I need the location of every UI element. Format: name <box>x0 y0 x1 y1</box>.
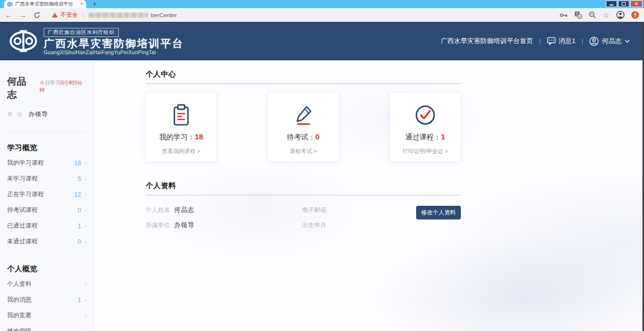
check-circle-icon <box>414 103 436 127</box>
profile-avatar-icon[interactable] <box>616 11 625 19</box>
sidebar-item-profile[interactable]: 个人资料 › <box>7 276 87 292</box>
window-close-button[interactable]: × <box>630 1 642 7</box>
item-label: 个人资料 <box>7 280 68 288</box>
header-separator: | <box>582 38 583 45</box>
user-avatar-icon <box>589 36 599 46</box>
minimize-icon <box>609 5 614 6</box>
header-separator: | <box>539 38 541 45</box>
card-count: 1 <box>441 132 445 141</box>
browser-tab[interactable]: 广西水旱灾害防御培训平台 × <box>4 0 86 8</box>
site-logo-icon <box>9 29 38 53</box>
back-button[interactable]: ← <box>5 11 12 19</box>
new-tab-button[interactable]: + <box>93 1 96 8</box>
passed-courses-card: 通过课程：1 打印证明/毕业证 > <box>390 92 461 162</box>
sidebar-divider <box>7 131 87 132</box>
not-secure-label: 不安全 <box>60 11 78 19</box>
section-divider <box>146 83 461 84</box>
site-title-block: 广西壮族自治区水利厅组织 广西水旱灾害防御培训平台 GuangXiShuiHan… <box>44 27 184 55</box>
profile-section: 个人资料 个人姓名 何品志 电子邮箱 <box>146 181 461 230</box>
security-chip[interactable]: 不安全 | berCenter <box>52 11 177 19</box>
site-header: 广西壮族自治区水利厅组织 广西水旱灾害防御培训平台 GuangXiShuiHan… <box>0 22 644 60</box>
sidebar-item-my-courses[interactable]: 我的学习课程 18 › <box>7 155 87 171</box>
password-key-icon[interactable] <box>560 12 568 18</box>
translate-icon[interactable]: 文 A <box>574 11 582 19</box>
print-certificate-link[interactable]: 打印证明/毕业证 > <box>402 148 448 155</box>
item-label: 修改密码 <box>7 327 68 331</box>
close-icon: × <box>635 1 638 7</box>
user-menu[interactable]: 何品志 <box>589 36 630 46</box>
exam-pending-card: 待考试：0 课程考试 > <box>268 92 339 162</box>
bookmark-star-icon[interactable]: ☆ <box>603 12 609 19</box>
screen: 广西水旱灾害防御培训平台 × + × ← → 不安全 | berCenter <box>0 0 644 331</box>
item-count: 5 <box>68 175 81 182</box>
warning-triangle-icon <box>52 12 58 18</box>
chevron-right-icon: › <box>85 297 87 303</box>
item-count: 0 <box>68 238 81 245</box>
edit-profile-button[interactable]: 修改个人资料 <box>416 206 461 219</box>
window-minimize-button[interactable] <box>606 1 617 7</box>
field-label: 个人姓名 <box>146 206 172 214</box>
window-maximize-button[interactable] <box>618 1 629 7</box>
url-text[interactable]: berCenter <box>151 12 177 18</box>
today-study-label: 今日学习0小时0分钟 <box>40 80 87 94</box>
chevron-right-icon: › <box>85 191 87 198</box>
item-label: 我的消息 <box>7 296 68 304</box>
view-my-courses-link[interactable]: 查看我的课程 > <box>162 148 200 155</box>
sidebar-item-competitions[interactable]: 我的竞赛 › <box>7 308 87 323</box>
item-count: 0 <box>68 207 81 214</box>
main-content: 个人中心 <box>94 60 642 331</box>
sidebar: 何品志 今日学习0小时0分钟 单 位 办领导 学习概览 我的学习课程 18 › … <box>0 60 94 331</box>
personal-center-title: 个人中心 <box>146 69 461 79</box>
favicon-icon <box>7 2 13 7</box>
chevron-right-icon: › <box>85 328 87 331</box>
browser-tabstrip: 广西水旱灾害防御培训平台 × + × <box>0 0 644 8</box>
chevron-down-icon <box>625 40 630 43</box>
site-pinyin: GuangXiShuiHanZaiHaiFangYuPeiXunPingTai <box>44 50 184 55</box>
card-title: 我的学习：18 <box>159 132 204 142</box>
card-count: 0 <box>315 132 319 141</box>
messages-link[interactable]: 消息1 <box>547 36 575 46</box>
home-link[interactable]: 广西水旱灾害防御培训平台首页 <box>441 36 533 46</box>
card-label: 我的学习： <box>159 133 195 141</box>
sidebar-item-change-password[interactable]: 修改密码 › <box>7 323 87 331</box>
chevron-right-icon: › <box>85 175 87 182</box>
course-exam-link[interactable]: 课程考试 > <box>290 148 317 155</box>
card-title: 通过课程：1 <box>405 132 445 142</box>
chevron-right-icon: › <box>85 238 87 245</box>
tab-close-icon[interactable]: × <box>80 2 83 7</box>
item-count: 1 <box>68 223 81 230</box>
clipboard-icon <box>171 103 192 127</box>
reload-icon[interactable] <box>33 12 41 19</box>
sidebar-user-name: 何品志 <box>7 75 36 101</box>
item-label: 我的竞赛 <box>7 311 68 320</box>
page-body: 何品志 今日学习0小时0分钟 单 位 办领导 学习概览 我的学习课程 18 › … <box>0 60 644 331</box>
browser-update-icon[interactable] <box>631 11 639 19</box>
field-name: 个人姓名 何品志 <box>146 206 302 214</box>
item-count: 12 <box>68 191 81 198</box>
sidebar-item-exam-pending[interactable]: 待考试课程 0 › <box>7 202 87 218</box>
personal-overview-title: 个人概览 <box>7 264 87 274</box>
forward-button[interactable]: → <box>19 11 26 19</box>
field-label: 电子邮箱 <box>302 206 328 214</box>
item-label: 未通过课程 <box>7 237 68 246</box>
card-title: 待考试：0 <box>287 132 319 142</box>
chevron-right-icon: › <box>85 160 87 166</box>
zoom-out-icon[interactable] <box>589 11 596 19</box>
item-label: 未学习课程 <box>7 174 68 183</box>
card-label: 待考试： <box>287 133 315 141</box>
unit-value: 办领导 <box>28 111 48 118</box>
sidebar-item-not-studied[interactable]: 未学习课程 5 › <box>7 171 87 187</box>
field-value: 何品志 <box>174 206 195 214</box>
maximize-icon <box>622 2 626 6</box>
sidebar-item-not-passed[interactable]: 未通过课程 0 › <box>7 234 87 249</box>
sidebar-item-messages[interactable]: 我的消息 1 › <box>7 292 87 308</box>
sidebar-item-in-progress[interactable]: 正在学习课程 12 › <box>7 187 87 202</box>
chevron-right-icon: › <box>85 281 87 287</box>
field-birthdate: 出生年月 <box>302 221 461 230</box>
field-value: 办领导 <box>174 221 195 230</box>
message-bubble-icon <box>547 37 556 45</box>
summary-cards: 我的学习：18 查看我的课程 > 待考试：0 <box>146 92 461 162</box>
messages-label: 消息1 <box>559 36 575 46</box>
sidebar-unit-row: 单 位 办领导 <box>7 110 87 119</box>
sidebar-item-passed[interactable]: 已通过课程 1 › <box>7 218 87 234</box>
